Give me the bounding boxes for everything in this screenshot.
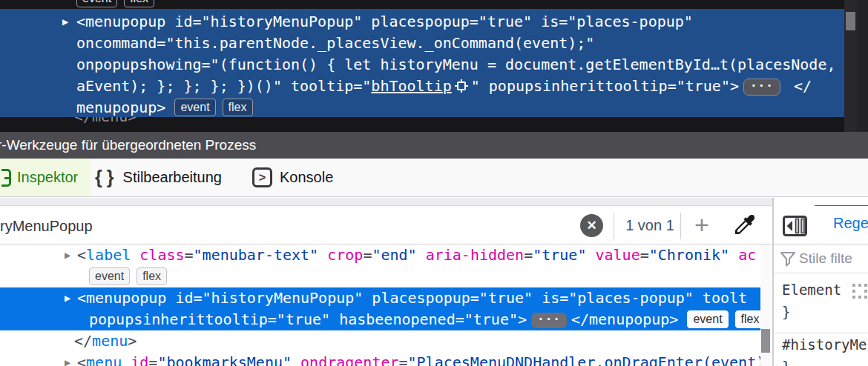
background-markup-view: eventflex ▶ <menupopup id="historyMenuPo… [0,0,868,132]
badge-event[interactable]: event [89,267,130,285]
code-line: aEvent); }; }; }; })()" tooltip="bhToolt… [0,76,844,97]
markup-row-close-menu[interactable]: </menu> [0,330,772,352]
code-line: menupopup> eventflex [0,97,844,119]
rules-sidebar: Rege Stile filte Element } [772,198,868,366]
badge-flex[interactable]: flex [223,99,253,116]
search-result-count: 1 von 1 [620,207,680,244]
jump-to-node-icon[interactable] [455,79,468,93]
tab-label: Konsole [280,169,333,186]
inspector-icon [1,169,11,187]
markup-search-toolbar: ✕ 1 von 1 + [0,207,772,244]
browser-toolbox-window: eventflex ▶ <menupopup id="historyMenuPo… [0,0,868,366]
clear-search-button[interactable]: ✕ [580,214,603,237]
filter-funnel-icon [780,251,796,267]
code-line: ▶ <menupopup id="historyMenuPopup" place… [0,11,844,33]
collapsed-content-badge[interactable]: ··· [531,313,567,328]
markup-row-bookmarks-menu[interactable]: ▶ <menu id="bookmarksMenu" ondragenter="… [0,352,772,366]
toolbar-divider-band [0,198,868,206]
console-icon: > [252,167,272,187]
tab-rules[interactable]: Rege [833,215,868,232]
clipped-next-row: </menu> [0,117,844,131]
tab-label: Stilbearbeitung [123,169,222,186]
badge-flex[interactable]: flex [137,267,167,285]
tab-console[interactable]: > Konsole [252,159,341,196]
eyedropper-icon[interactable] [730,213,760,241]
tab-style-editor[interactable]: { } Stilbearbeitung [95,159,252,196]
rule-history-menu-popup: #historyMe } [774,333,868,366]
rule-close-brace: } [774,356,868,366]
style-filter-row[interactable]: Stile filte [774,244,868,273]
markup-row-label-badges: eventflex [0,266,772,287]
filter-placeholder: Stile filte [799,250,852,267]
scrollbar-thumb[interactable] [761,329,770,353]
rule-close-brace: } [774,301,868,323]
selected-node-row[interactable]: ▶ <menupopup id="historyMenuPopup" place… [0,287,772,330]
scrollbar[interactable] [844,0,858,132]
badge-event[interactable]: event [76,0,117,7]
collapsed-content-badge[interactable]: ··· [743,79,780,96]
code-line: ▶ <menupopup id="historyMenuPopup" place… [0,287,772,309]
markup-row-label[interactable]: ▶ <label class="menubar-text" crop="end"… [0,244,772,266]
selector-highlighter-icon[interactable] [852,283,868,299]
badge-flex[interactable]: flex [124,0,154,7]
add-node-button[interactable]: + [688,207,715,244]
braces-icon: { } [95,167,116,188]
scrollbar[interactable] [760,244,772,366]
collapse-sidebar-icon[interactable] [783,216,807,236]
divider [614,213,614,239]
window-titlebar: r-Werkzeuge für übergeordneten Prozess [0,132,868,159]
tab-label: Inspektor [17,169,78,186]
scrollbar-thumb[interactable] [846,12,855,30]
expand-arrow-icon[interactable]: ▶ [65,287,70,309]
sidebar-header: Rege [774,206,868,244]
markup-view: ▶ <label class="menubar-text" crop="end"… [0,244,772,366]
expand-arrow-icon[interactable]: ▶ [65,352,70,366]
rule-selector[interactable]: #historyMe [774,333,868,356]
partial-badges-row: eventflex [76,0,161,7]
code-line: popupsinherittooltip="true" hasbeenopene… [0,309,772,330]
search-input[interactable] [0,213,564,239]
rule-element: Element } [774,273,868,333]
badge-event[interactable]: event [174,99,215,116]
panel-edge [858,0,868,132]
tab-inspector[interactable]: Inspektor [0,159,91,196]
toolbox-tabbar: Inspektor { } Stilbearbeitung > Konsole [0,159,868,197]
badge-event[interactable]: event [687,310,728,328]
expand-arrow-icon[interactable]: ▶ [65,244,70,266]
code-line: onpopupshowing="(function() { let histor… [0,54,844,76]
divider [680,213,681,239]
code-line: oncommand="this.parentNode._placesView._… [0,33,844,54]
selected-node-row-dark[interactable]: ▶ <menupopup id="historyMenuPopup" place… [0,9,844,117]
expand-arrow-icon[interactable]: ▶ [62,11,74,33]
window-title: r-Werkzeuge für übergeordneten Prozess [0,137,256,153]
